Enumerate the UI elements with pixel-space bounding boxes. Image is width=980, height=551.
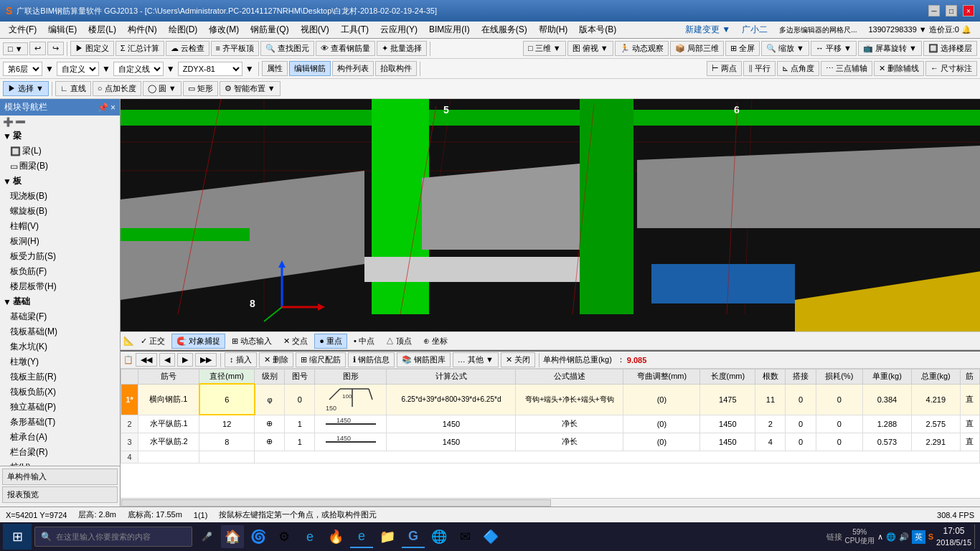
tb-level-top[interactable]: ≡ 齐平板顶 — [211, 41, 259, 56]
taskbar-ie2[interactable]: e — [350, 525, 373, 548]
snap-vertex[interactable]: △ 顶点 — [381, 334, 417, 349]
mic-btn[interactable]: 🎤 — [195, 525, 218, 548]
tb-three-point-axis[interactable]: ⋯ 三点辅轴 — [821, 61, 872, 76]
taskbar-browser[interactable]: 🌐 — [428, 525, 451, 548]
ime-icon[interactable]: S — [928, 532, 933, 541]
table-row[interactable]: 1* 横向钢筋.1 6 φ 0 15 — [121, 384, 980, 415]
taskbar-folder[interactable]: 📁 — [376, 525, 399, 548]
taskbar-app-2[interactable]: 🌀 — [247, 525, 270, 548]
rebar-nav-prev[interactable]: ◀ — [159, 353, 175, 367]
tree-spiral-slab[interactable]: 螺旋板(B) — [0, 204, 120, 219]
tb-define[interactable]: ▶ 图定义 — [70, 41, 114, 56]
tb-dim-label[interactable]: ← 尺寸标注 — [925, 61, 977, 76]
rebar-nav-next[interactable]: ▶ — [177, 353, 193, 367]
tb-view-rebar[interactable]: 👁 查看钢筋量 — [316, 41, 375, 56]
rebar-insert[interactable]: ↕ 插入 — [225, 352, 257, 367]
tree-cast-slab[interactable]: 现浇板(B) — [0, 189, 120, 204]
show-desktop[interactable] — [974, 524, 977, 549]
tb-delete-axis[interactable]: ✕ 删除辅线 — [874, 61, 924, 76]
menu-draw[interactable]: 绘图(D) — [163, 22, 204, 37]
tb-parallel[interactable]: ∥ 平行 — [743, 61, 776, 76]
menu-rebar-qty[interactable]: 钢筋量(Q) — [245, 22, 294, 37]
menu-phone[interactable]: 13907298339 ▼ 造价豆:0 🔔 — [862, 23, 977, 37]
taskbar-app-1[interactable]: 🏠 — [221, 525, 244, 548]
menu-bim[interactable]: BIM应用(I) — [423, 22, 476, 37]
tree-isolated-found[interactable]: 独立基础(P) — [0, 400, 120, 415]
tree-col-cap[interactable]: 柱帽(V) — [0, 219, 120, 234]
tb-point-length[interactable]: ○ 点加长度 — [93, 81, 141, 96]
tree-strip-found[interactable]: 条形基础(T) — [0, 415, 120, 430]
tb-redo[interactable]: ↪ — [47, 42, 64, 55]
tree-pile-cap[interactable]: 桩承台(A) — [0, 430, 120, 445]
rebar-other[interactable]: … 其他 ▼ — [453, 352, 499, 367]
tree-sump[interactable]: 集水坑(K) — [0, 339, 120, 354]
menu-edit[interactable]: 编辑(E) — [42, 22, 83, 37]
tree-raft-neg-bar[interactable]: 筏板负筋(X) — [0, 385, 120, 400]
tree-slab-hole[interactable]: 板洞(H) — [0, 234, 120, 249]
menu-modify[interactable]: 修改(M) — [203, 22, 245, 37]
tree-pile[interactable]: 桩(U) — [0, 460, 120, 466]
rebar-close[interactable]: ✕ 关闭 — [501, 352, 535, 367]
volume-icon[interactable]: 🔊 — [899, 532, 909, 542]
start-button[interactable]: ⊞ — [3, 524, 32, 550]
tb-partial-3d[interactable]: 📦 局部三维 — [670, 41, 724, 56]
tb-properties[interactable]: 属性 — [262, 61, 288, 76]
tree-floor-belt[interactable]: 楼层板带(H) — [0, 279, 120, 294]
snap-ortho[interactable]: ✓ 正交 — [136, 334, 170, 349]
tb-cloud-check[interactable]: ☁ 云检查 — [166, 41, 209, 56]
tb-component-list[interactable]: 构件列表 — [332, 61, 374, 76]
menu-file[interactable]: 文件(F) — [3, 22, 42, 37]
maximize-button[interactable]: □ — [946, 5, 957, 17]
snap-dynamic[interactable]: ⊞ 动态输入 — [227, 334, 277, 349]
tb-screen-rotate[interactable]: 📺 屏幕旋转 ▼ — [858, 41, 922, 56]
menu-view[interactable]: 视图(V) — [295, 22, 335, 37]
tb-select-floor[interactable]: 🔲 选择楼层 — [923, 41, 977, 56]
viewport[interactable]: 5 6 7 8 Eam — [121, 99, 980, 331]
rebar-nav-last[interactable]: ▶▶ — [195, 353, 217, 367]
tb-smart-layout[interactable]: ⚙ 智能布置 ▼ — [220, 81, 281, 96]
tb-two-point[interactable]: ⊢ 两点 — [707, 61, 742, 76]
row-diameter-4[interactable] — [199, 451, 255, 463]
taskbar-app-5[interactable]: 🔥 — [324, 525, 347, 548]
floor-select[interactable]: 第6层 — [3, 62, 42, 76]
menu-cloud[interactable]: 云应用(Y) — [374, 22, 423, 37]
tree-col-pier[interactable]: 柱墩(Y) — [0, 354, 120, 369]
tb-view-top[interactable]: 图 俯视 ▼ — [567, 41, 613, 56]
tb-select[interactable]: ▶ 选择 ▼ — [3, 81, 49, 96]
minimize-button[interactable]: ─ — [928, 5, 940, 17]
taskbar-mail[interactable]: ✉ — [453, 525, 476, 548]
tb-find-element[interactable]: 🔍 查找图元 — [260, 41, 314, 56]
single-component-btn[interactable]: 单构件输入 — [2, 468, 118, 485]
taskbar-ie[interactable]: e — [298, 525, 321, 548]
menu-version[interactable]: 版本号(B) — [573, 22, 622, 37]
menu-online[interactable]: 在线服务(S) — [476, 22, 533, 37]
tree-raft-found[interactable]: 筏板基础(M) — [0, 324, 120, 339]
report-preview-btn[interactable]: 报表预览 — [2, 486, 118, 503]
code-select[interactable]: ZDYX-81 — [178, 62, 242, 76]
tb-point-angle[interactable]: ⊾ 点角度 — [777, 61, 819, 76]
table-row[interactable]: 3 水平纵筋.2 8 ⊕ 1 1450 1450 — [121, 433, 980, 451]
snap-object[interactable]: 🧲 对象捕捉 — [171, 334, 225, 349]
tree-raft-main-bar[interactable]: 筏板主筋(R) — [0, 369, 120, 385]
tree-slab-neg-bar[interactable]: 板负筋(F) — [0, 264, 120, 279]
tb-calc[interactable]: Σ 汇总计算 — [116, 41, 164, 56]
clock[interactable]: 17:05 2018/5/15 — [936, 526, 971, 547]
tb-batch-select[interactable]: ✦ 批量选择 — [377, 41, 427, 56]
snap-center[interactable]: • 中点 — [349, 334, 380, 349]
tree-cap-beam[interactable]: 栏台梁(R) — [0, 445, 120, 460]
tb-dynamic-obs[interactable]: 🏃 动态观察 — [615, 41, 669, 56]
tb-3d[interactable]: □ 三维 ▼ — [523, 41, 566, 56]
tree-ring-beam[interactable]: ▭ 圈梁(B) — [0, 159, 120, 174]
menu-grid-editor[interactable]: 多边形编辑器的网格尺... — [773, 24, 862, 37]
menu-assistant[interactable]: 广小二 — [736, 22, 773, 37]
search-bar[interactable]: 🔍 在这里输入你要搜索的内容 — [34, 527, 192, 547]
menu-new-change[interactable]: 新建变更 ▼ — [679, 22, 736, 37]
rebar-nav-first[interactable]: ◀◀ — [136, 353, 157, 367]
component-type-select[interactable]: 自定义 — [57, 62, 99, 76]
tb-pickup[interactable]: 抬取构件 — [375, 61, 417, 76]
row-diameter-3[interactable]: 8 — [199, 433, 255, 451]
tree-slab-force-bar[interactable]: 板受力筋(S) — [0, 249, 120, 264]
tb-fullscreen[interactable]: ⊞ 全屏 — [725, 41, 760, 56]
tree-foundation-group[interactable]: ▼ 基础 — [0, 294, 120, 309]
taskbar-app-icon[interactable]: 🔷 — [479, 525, 502, 548]
